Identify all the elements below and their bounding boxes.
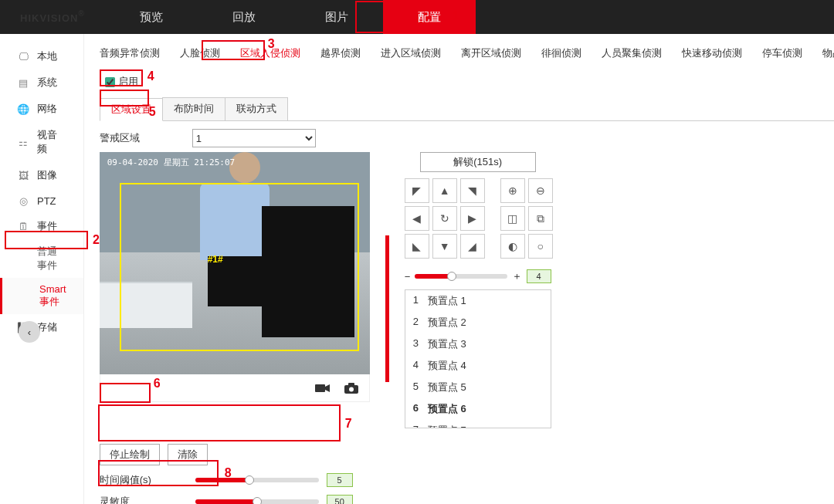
zoom-in-icon[interactable]: ⊕	[500, 178, 525, 203]
tab-loitering[interactable]: 徘徊侦测	[541, 46, 581, 60]
chevron-left-icon: ‹	[28, 326, 31, 338]
side-network[interactable]: 🌐网络	[0, 96, 83, 122]
tab-fast-moving[interactable]: 快速移动侦测	[682, 46, 742, 60]
side-ptz[interactable]: ◎PTZ	[0, 188, 83, 213]
main: 音频异常侦测 人脸侦测 区域入侵侦测 越界侦测 进入区域侦测 离开区域侦测 徘徊…	[84, 34, 834, 504]
tab-line-crossing[interactable]: 越界侦测	[320, 46, 361, 60]
sensitivity-slider[interactable]	[195, 499, 319, 504]
globe-icon: 🌐	[17, 103, 29, 115]
preset-item-2[interactable]: 2预置点 2	[405, 312, 551, 333]
system-icon: ▤	[17, 76, 29, 89]
ptz-up-right[interactable]: ◥	[460, 178, 485, 203]
annotation-1: 1	[453, 9, 459, 23]
side-local[interactable]: 🖵本地	[0, 43, 83, 69]
iris-close-icon[interactable]: ○	[528, 234, 553, 259]
region-select[interactable]: 1	[192, 129, 316, 147]
tab-unattended[interactable]: 物品遗留侦测	[822, 46, 834, 60]
av-icon: ⚏	[17, 136, 29, 148]
sensitivity-row: 灵敏度 50	[100, 495, 834, 504]
time-threshold-value: 5	[327, 473, 353, 487]
preset-list[interactable]: 1预置点 1 2预置点 2 3预置点 3 4预置点 4 5预置点 5 6预置点 …	[405, 289, 551, 428]
ptz-right[interactable]: ▶	[460, 206, 485, 231]
side-system[interactable]: ▤系统	[0, 69, 83, 96]
ptz-left[interactable]: ◀	[405, 206, 429, 231]
record-icon[interactable]	[315, 383, 331, 394]
ptz-speed-slider[interactable]: − ＋ 4	[405, 269, 551, 283]
tab-arming-schedule[interactable]: 布防时间	[162, 97, 225, 120]
annotation-4: 4	[147, 69, 154, 83]
ptz-auto[interactable]: ↻	[432, 206, 457, 231]
preset-item-1[interactable]: 1预置点 1	[405, 290, 551, 312]
ptz-down[interactable]: ▼	[432, 234, 457, 259]
top-nav: 预览 回放 图片 配置	[105, 0, 476, 34]
video-timestamp: 09-04-2020 星期五 21:25:07	[107, 157, 235, 168]
plus-icon[interactable]: ＋	[512, 269, 522, 283]
zoom-out-icon[interactable]: ⊖	[528, 178, 553, 203]
video-preview-panel: 09-04-2020 星期五 21:25:07 #1#	[100, 152, 370, 402]
minus-icon[interactable]: −	[405, 271, 411, 282]
region-label: 警戒区域	[100, 131, 185, 145]
annotation-7: 7	[345, 417, 352, 431]
stop-draw-button[interactable]: 停止绘制	[100, 444, 160, 465]
ptz-icon: ◎	[17, 194, 29, 207]
region-overlay-label: #1#	[208, 254, 223, 265]
inner-tabs: 区域设置 布防时间 联动方式	[100, 97, 834, 121]
calendar-icon: 🗓	[17, 220, 29, 232]
tab-linkage[interactable]: 联动方式	[225, 97, 288, 120]
nav-playback[interactable]: 回放	[198, 0, 290, 34]
clear-button[interactable]: 清除	[168, 444, 208, 465]
nav-config[interactable]: 配置	[383, 0, 476, 34]
unlock-button[interactable]: 解锁(151s)	[420, 152, 536, 172]
side-event[interactable]: 🗓事件	[0, 213, 83, 239]
side-image[interactable]: 🖼图像	[0, 162, 83, 188]
intrusion-region-box[interactable]	[120, 183, 359, 351]
sensitivity-value: 50	[327, 495, 353, 504]
nav-picture[interactable]: 图片	[290, 0, 383, 34]
svg-rect-0	[315, 384, 325, 392]
image-icon: 🖼	[17, 169, 29, 181]
tab-region-enter[interactable]: 进入区域侦测	[381, 46, 441, 60]
nav-preview[interactable]: 预览	[105, 0, 198, 34]
enable-label: 启用	[118, 75, 138, 89]
focus-near-icon[interactable]: ◫	[500, 206, 525, 231]
brand-logo: HIKVISION®	[0, 9, 105, 25]
annotation-3: 3	[268, 37, 275, 51]
video-toolbar	[100, 374, 370, 402]
preset-item-4[interactable]: 4预置点 4	[405, 355, 551, 377]
tab-gathering[interactable]: 人员聚集侦测	[602, 46, 662, 60]
time-threshold-label: 时间阈值(s)	[100, 473, 192, 487]
svg-point-3	[349, 387, 354, 391]
enable-checkbox-input[interactable]	[105, 77, 115, 87]
tab-face[interactable]: 人脸侦测	[180, 46, 220, 60]
ptz-panel: 解锁(151s) ◤ ▲ ◥ ⊕ ⊖ ◀ ↻ ▶ ◫ ⧉	[405, 152, 551, 428]
preset-item-6[interactable]: 6预置点 6	[405, 398, 551, 420]
tab-parking[interactable]: 停车侦测	[762, 46, 802, 60]
side-av[interactable]: ⚏视音频	[0, 122, 83, 162]
ptz-up-left[interactable]: ◤	[405, 178, 429, 203]
topbar: HIKVISION® 预览 回放 图片 配置 1	[0, 0, 834, 34]
tab-region-exit[interactable]: 离开区域侦测	[461, 46, 521, 60]
ptz-up[interactable]: ▲	[432, 178, 457, 203]
tab-audio-exception[interactable]: 音频异常侦测	[100, 46, 160, 60]
preset-item-5[interactable]: 5预置点 5	[405, 377, 551, 398]
ptz-down-left[interactable]: ◣	[405, 234, 429, 259]
ptz-grid: ◤ ▲ ◥ ⊕ ⊖ ◀ ↻ ▶ ◫ ⧉ ◣ ▼ ◢	[405, 178, 551, 259]
side-storage[interactable]: 💾存储	[0, 314, 83, 340]
preset-item-7[interactable]: 7预置点 7	[405, 420, 551, 428]
enable-checkbox[interactable]: 启用	[100, 73, 144, 91]
ptz-down-right[interactable]: ◢	[460, 234, 485, 259]
time-threshold-slider[interactable]	[195, 478, 319, 482]
collapse-sidebar-button[interactable]: ‹	[19, 321, 40, 343]
smart-subtabs: 音频异常侦测 人脸侦测 区域入侵侦测 越界侦测 进入区域侦测 离开区域侦测 徘徊…	[84, 34, 834, 68]
video-preview[interactable]: 09-04-2020 星期五 21:25:07 #1#	[100, 152, 370, 374]
ptz-speed-value: 4	[527, 269, 551, 283]
side-normal-event[interactable]: 普通事件	[0, 239, 83, 278]
iris-open-icon[interactable]: ◐	[500, 234, 525, 259]
side-smart-event[interactable]: Smart事件	[0, 278, 83, 314]
preset-item-3[interactable]: 3预置点 3	[405, 333, 551, 355]
monitor-icon: 🖵	[17, 50, 29, 63]
annotation-8: 8	[225, 466, 232, 480]
focus-far-icon[interactable]: ⧉	[528, 206, 553, 231]
annotation-6: 6	[154, 377, 161, 391]
snapshot-icon[interactable]	[344, 383, 358, 394]
